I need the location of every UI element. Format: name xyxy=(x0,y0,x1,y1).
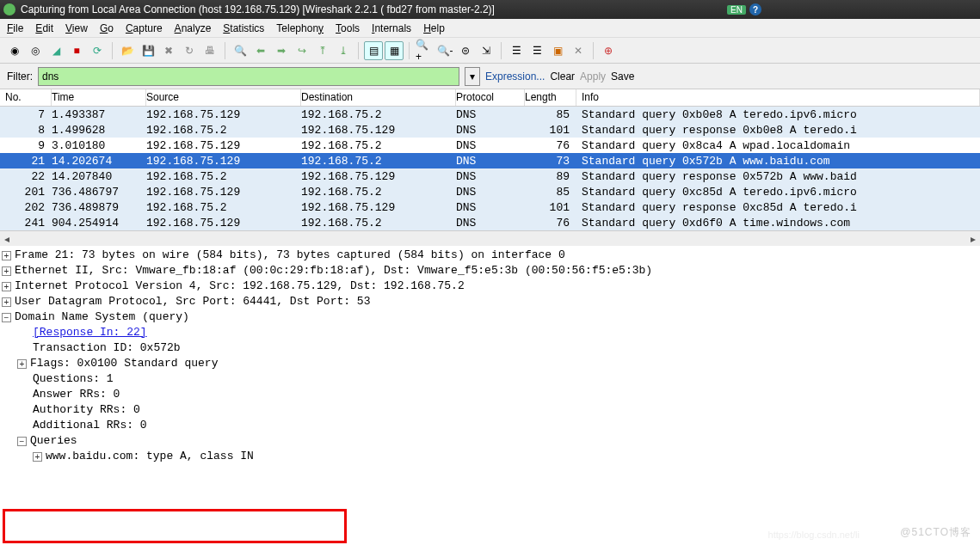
window-title: Capturing from Local Area Connection (ho… xyxy=(21,3,495,15)
collapse-icon[interactable]: − xyxy=(2,313,11,322)
separator xyxy=(225,42,225,59)
expression-button[interactable]: Expression... xyxy=(485,70,545,83)
window-titlebar: Capturing from Local Area Connection (ho… xyxy=(0,0,980,19)
col-src[interactable]: Source xyxy=(146,89,301,106)
separator xyxy=(112,42,113,59)
detail-line: User Datagram Protocol, Src Port: 64441,… xyxy=(15,294,370,309)
first-icon[interactable]: ⤒ xyxy=(313,41,332,60)
table-row[interactable]: 7 1.493387192.168.75.129192.168.75.2DNS8… xyxy=(0,107,980,122)
expand-icon[interactable]: + xyxy=(17,359,27,369)
interfaces-icon[interactable]: ◉ xyxy=(5,41,24,60)
table-row[interactable]: 241 904.254914192.168.75.129192.168.75.2… xyxy=(0,215,980,230)
separator xyxy=(501,42,502,59)
capture-filters-icon[interactable]: ☰ xyxy=(507,41,526,60)
table-row[interactable]: 21 14.202674192.168.75.129192.168.75.2DN… xyxy=(0,153,980,168)
back-icon[interactable]: ⬅ xyxy=(251,41,270,60)
detail-line: Questions: 1 xyxy=(33,371,114,387)
last-icon[interactable]: ⤓ xyxy=(334,41,353,60)
col-proto[interactable]: Protocol xyxy=(456,89,525,106)
expand-icon[interactable]: + xyxy=(2,282,11,291)
menu-view[interactable]: View xyxy=(65,22,88,34)
detail-line: Transaction ID: 0x572b xyxy=(33,340,181,356)
expand-icon[interactable]: + xyxy=(2,297,11,307)
options-icon[interactable]: ◎ xyxy=(26,41,45,60)
filter-input[interactable] xyxy=(38,67,459,86)
detail-line: Additional RRs: 0 xyxy=(33,418,147,433)
reload-icon[interactable]: ↻ xyxy=(180,41,199,60)
menu-go[interactable]: Go xyxy=(100,22,114,34)
language-indicator: EN ? xyxy=(727,3,761,15)
goto-icon[interactable]: ↪ xyxy=(293,41,311,60)
help-toolbar-icon[interactable]: ⊕ xyxy=(599,41,618,60)
menu-capture[interactable]: Capture xyxy=(126,22,163,34)
stop-icon[interactable]: ■ xyxy=(67,41,86,60)
table-row[interactable]: 202 736.489879192.168.75.2192.168.75.129… xyxy=(0,199,980,215)
collapse-icon[interactable]: − xyxy=(17,437,27,446)
resize-cols-icon[interactable]: ⇲ xyxy=(477,41,496,60)
prefs-icon[interactable]: ✕ xyxy=(569,41,588,60)
expand-icon[interactable]: + xyxy=(2,251,11,260)
detail-line: Domain Name System (query) xyxy=(15,309,189,325)
table-row[interactable]: 9 3.010180192.168.75.129192.168.75.2DNS7… xyxy=(0,138,980,153)
menu-help[interactable]: Help xyxy=(423,22,445,34)
scroll-left-icon[interactable]: ◂ xyxy=(0,233,14,245)
coloring-rules-icon[interactable]: ▣ xyxy=(548,41,567,60)
menu-statistics[interactable]: Statistics xyxy=(223,22,264,34)
col-info[interactable]: Info xyxy=(576,89,980,106)
save-icon[interactable]: 💾 xyxy=(139,41,157,60)
separator xyxy=(593,42,594,59)
save-button[interactable]: Save xyxy=(611,70,634,83)
zoom-in-icon[interactable]: 🔍+ xyxy=(415,41,434,60)
menu-telephony[interactable]: Telephony xyxy=(276,22,324,34)
detail-line: www.baidu.com: type A, class IN xyxy=(46,449,254,464)
detail-line: Queries xyxy=(30,433,77,449)
col-len[interactable]: Length xyxy=(525,89,576,106)
zoom-out-icon[interactable]: 🔍- xyxy=(435,41,454,60)
filter-label: Filter: xyxy=(7,70,33,83)
toolbar: ◉ ◎ ◢ ■ ⟳ 📂 💾 ✖ ↻ 🖶 🔍 ⬅ ➡ ↪ ⤒ ⤓ ▤ ▦ 🔍+ 🔍… xyxy=(0,38,980,64)
separator xyxy=(358,42,359,59)
col-time[interactable]: Time xyxy=(52,89,146,106)
response-link[interactable]: [Response In: 22] xyxy=(33,325,147,340)
menu-internals[interactable]: Internals xyxy=(372,22,411,34)
expand-icon[interactable]: + xyxy=(33,452,42,462)
autoscroll-icon[interactable]: ▦ xyxy=(385,41,404,60)
wireshark-icon xyxy=(3,3,15,15)
print-icon[interactable]: 🖶 xyxy=(200,41,219,60)
restart-icon[interactable]: ⟳ xyxy=(88,41,107,60)
open-icon[interactable]: 📂 xyxy=(118,41,137,60)
find-icon[interactable]: 🔍 xyxy=(231,41,250,60)
packet-list[interactable]: 7 1.493387192.168.75.129192.168.75.2DNS8… xyxy=(0,107,980,230)
table-row[interactable]: 201 736.486797192.168.75.129192.168.75.2… xyxy=(0,184,980,199)
menubar: File Edit View Go Capture Analyze Statis… xyxy=(0,19,980,38)
display-filters-icon[interactable]: ☰ xyxy=(527,41,546,60)
col-dst[interactable]: Destination xyxy=(301,89,456,106)
expand-icon[interactable]: + xyxy=(2,266,11,276)
clear-button[interactable]: Clear xyxy=(550,70,575,83)
menu-tools[interactable]: Tools xyxy=(336,22,360,34)
forward-icon[interactable]: ➡ xyxy=(272,41,291,60)
separator xyxy=(409,42,410,59)
apply-button[interactable]: Apply xyxy=(580,70,606,83)
watermark: @51CTO博客 xyxy=(900,525,971,540)
colorize-icon[interactable]: ▤ xyxy=(364,41,383,60)
packet-details[interactable]: +Frame 21: 73 bytes on wire (584 bits), … xyxy=(0,246,980,466)
packet-list-header: No. Time Source Destination Protocol Len… xyxy=(0,89,980,107)
menu-analyze[interactable]: Analyze xyxy=(175,22,212,34)
close-icon[interactable]: ✖ xyxy=(159,41,178,60)
menu-file[interactable]: File xyxy=(7,22,23,34)
zoom-reset-icon[interactable]: ⊜ xyxy=(456,41,475,60)
filter-dropdown-icon[interactable]: ▾ xyxy=(465,67,480,86)
menu-edit[interactable]: Edit xyxy=(35,22,53,34)
lang-badge: EN xyxy=(727,5,746,15)
table-row[interactable]: 22 14.207840192.168.75.2192.168.75.129DN… xyxy=(0,168,980,184)
col-no[interactable]: No. xyxy=(0,89,52,106)
help-icon: ? xyxy=(749,3,761,15)
detail-line: Frame 21: 73 bytes on wire (584 bits), 7… xyxy=(15,248,565,263)
scroll-right-icon[interactable]: ▸ xyxy=(966,233,980,245)
filterbar: Filter: ▾ Expression... Clear Apply Save xyxy=(0,64,980,89)
hscrollbar[interactable]: ◂ ▸ xyxy=(0,230,980,246)
table-row[interactable]: 8 1.499628192.168.75.2192.168.75.129DNS1… xyxy=(0,122,980,138)
highlight-box xyxy=(3,509,347,543)
start-icon[interactable]: ◢ xyxy=(46,41,65,60)
